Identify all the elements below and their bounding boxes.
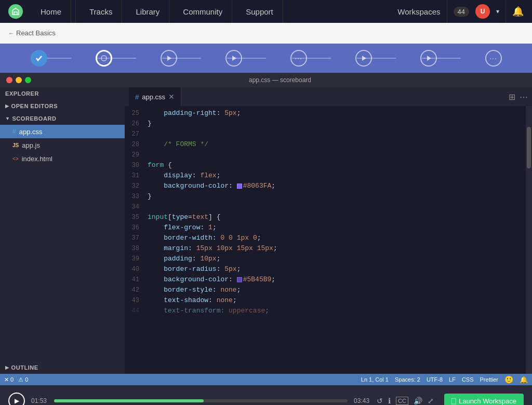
line-num-36: 36 <box>125 223 148 233</box>
launch-workspace-button[interactable]: ⎕ Launch Workspace <box>444 394 524 405</box>
status-spaces[interactable]: Spaces: 2 <box>395 376 420 383</box>
progress-step-7[interactable] <box>396 50 461 67</box>
sidebar-file-appcss[interactable]: # app.css <box>0 125 125 138</box>
step-circle-7[interactable] <box>420 50 437 67</box>
nav-community[interactable]: Community <box>174 0 232 23</box>
line-num-33: 33 <box>125 191 148 202</box>
line-code-31: display: flex; <box>148 171 220 181</box>
line-code-33: } <box>148 191 152 202</box>
scrollbar-thumb[interactable] <box>527 127 531 168</box>
line-num-25: 25 <box>125 108 148 119</box>
play-icon: ▶ <box>15 397 19 404</box>
html-file-icon: <> <box>12 156 19 162</box>
line-code-38: margin: 15px 10px 15px 15px; <box>148 243 277 254</box>
line-num-31: 31 <box>125 171 148 181</box>
avatar[interactable]: U <box>475 4 490 19</box>
scoreboard-header[interactable]: ▼ SCOREBOARD <box>0 112 125 125</box>
tab-close-icon[interactable]: ✕ <box>168 93 175 101</box>
editor-scrollbar[interactable] <box>526 106 532 374</box>
line-num-26: 26 <box>125 119 148 129</box>
css-file-icon: # <box>12 128 16 135</box>
line-num-41: 41 <box>125 275 148 285</box>
code-line-28: 28 /* FORMS */ <box>125 139 522 150</box>
captions-icon[interactable]: CC <box>396 397 408 405</box>
code-line-32: 32 background-color: #8063FA; <box>125 181 522 191</box>
top-nav: Home Tracks Library Community Support Wo… <box>0 0 532 23</box>
line-code-39: padding: 10px; <box>148 254 220 264</box>
code-line-29: 29 <box>125 150 522 160</box>
status-encoding[interactable]: UTF-8 <box>427 376 443 383</box>
code-line-41: 41 background-color: #5B45B9; <box>125 275 522 285</box>
sidebar-file-appjs[interactable]: JS app.js <box>0 138 125 152</box>
status-bell-icon[interactable]: 🔔 <box>520 376 528 384</box>
window-chrome: app.css — scoreboard <box>0 73 532 87</box>
svg-marker-2 <box>362 56 366 61</box>
fullscreen-icon[interactable]: ⤢ <box>428 397 434 405</box>
progress-step-5[interactable]: ··· <box>266 50 331 67</box>
bell-icon[interactable]: 🔔 <box>512 6 524 17</box>
more-actions-icon[interactable]: ⋯ <box>520 92 528 102</box>
progress-step-3[interactable] <box>136 50 201 67</box>
outline-header[interactable]: ▶ OUTLINE <box>0 361 125 374</box>
svg-marker-1 <box>232 56 236 61</box>
step-circle-2[interactable] <box>96 50 112 67</box>
line-code-30: form { <box>148 160 172 171</box>
nav-count: 44 <box>454 7 469 17</box>
split-editor-icon[interactable]: ⊞ <box>509 92 515 102</box>
step-circle-5[interactable]: ··· <box>290 50 307 67</box>
code-content[interactable]: 25 padding-right: 5px; 26 } 27 28 /* FOR <box>125 106 532 374</box>
status-line-ending[interactable]: LF <box>449 376 456 383</box>
time-total: 03:43 <box>354 397 370 404</box>
status-errors[interactable]: ✕ 0 ⚠ 0 <box>4 376 28 383</box>
traffic-light-yellow[interactable] <box>16 77 22 83</box>
progress-step-8[interactable]: ··· <box>461 50 526 67</box>
open-editors-header[interactable]: ▶ OPEN EDITORS <box>0 100 125 112</box>
line-code-26: } <box>148 119 152 129</box>
line-num-44: 44 <box>125 306 148 316</box>
traffic-light-green[interactable] <box>25 77 31 83</box>
nav-library[interactable]: Library <box>126 0 169 23</box>
progress-step-4[interactable] <box>201 50 266 67</box>
explorer-label: EXPLORER <box>5 90 39 97</box>
step-circle-8[interactable]: ··· <box>485 50 502 67</box>
code-line-40: 40 border-radius: 5px; <box>125 264 522 275</box>
traffic-light-red[interactable] <box>6 77 12 83</box>
logo[interactable] <box>8 4 23 19</box>
warning-icon: ⚠ <box>18 376 23 383</box>
nav-workspaces[interactable]: Workspaces <box>397 7 440 16</box>
status-smiley-icon[interactable]: 🙂 <box>504 375 513 384</box>
status-position[interactable]: Ln 1, Col 1 <box>361 376 389 383</box>
nav-right: Workspaces 44 U ▾ 🔔 <box>397 0 524 23</box>
explorer-header[interactable]: EXPLORER <box>0 87 125 100</box>
progress-bar[interactable] <box>54 399 348 402</box>
nav-tracks[interactable]: Tracks <box>80 0 122 23</box>
line-code-40: border-radius: 5px; <box>148 264 241 275</box>
code-editor[interactable]: # app.css ✕ ⊞ ⋯ 25 padding-right: 5px; <box>125 87 532 374</box>
code-line-34: 34 <box>125 202 522 212</box>
sidebar-file-indexhtml[interactable]: <> index.html <box>0 152 125 165</box>
progress-track: ··· ··· <box>0 44 532 73</box>
nav-support[interactable]: Support <box>236 0 283 23</box>
code-line-30: 30 form { <box>125 160 522 171</box>
error-count: 0 <box>10 376 14 383</box>
progress-step-6[interactable] <box>331 50 396 67</box>
chevron-down-icon[interactable]: ▾ <box>496 8 499 15</box>
tab-appcss[interactable]: # app.css ✕ <box>129 87 181 106</box>
nav-home[interactable]: Home <box>31 0 71 23</box>
status-language[interactable]: CSS <box>462 376 474 383</box>
breadcrumb-back[interactable]: ← React Basics <box>8 29 56 37</box>
step-circle-6[interactable] <box>355 50 372 67</box>
status-formatter[interactable]: Prettier <box>480 376 498 383</box>
volume-icon[interactable]: 🔊 <box>414 397 422 405</box>
step-circle-3[interactable] <box>161 50 177 67</box>
info-icon[interactable]: ℹ <box>388 397 391 405</box>
progress-step-2[interactable] <box>71 50 136 67</box>
step-circle-1[interactable] <box>31 50 47 67</box>
code-line-38: 38 margin: 15px 10px 15px 15px; <box>125 243 522 254</box>
rewind-icon[interactable]: ↺ <box>377 397 383 405</box>
play-button[interactable]: ▶ <box>8 393 25 405</box>
step-circle-4[interactable] <box>225 50 242 67</box>
progress-step-1[interactable] <box>6 50 71 67</box>
line-num-40: 40 <box>125 264 148 275</box>
svg-marker-0 <box>167 56 171 61</box>
